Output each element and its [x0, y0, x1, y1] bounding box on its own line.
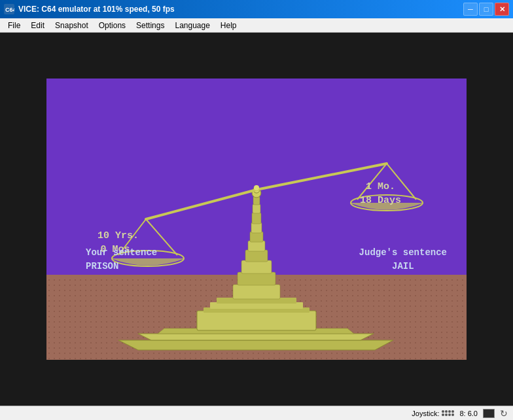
status-box: [483, 409, 495, 418]
judge-sentence-title: Judge's sentence: [359, 246, 447, 260]
menu-settings[interactable]: Settings: [131, 20, 169, 31]
title-bar-left: C64 VICE: C64 emulator at 101% speed, 50…: [4, 4, 175, 14]
joystick-dots: [442, 410, 454, 416]
menu-bar: File Edit Snapshot Options Settings Lang…: [0, 18, 513, 33]
status-bar: Joystick: 8: 6.0 ↻: [0, 406, 513, 420]
svg-point-32: [254, 185, 259, 190]
menu-edit[interactable]: Edit: [26, 20, 50, 31]
svg-rect-8: [197, 311, 316, 330]
status-arrow-icon: ↻: [500, 408, 508, 419]
dot-2: [445, 410, 448, 413]
maximize-button[interactable]: □: [479, 3, 493, 16]
svg-rect-15: [245, 250, 268, 262]
status-coordinates: 8: 6.0: [459, 410, 478, 417]
left-scale-line1: 10 Yrs.: [97, 229, 139, 243]
app-icon: C64: [4, 4, 14, 14]
dot-8: [451, 413, 454, 416]
minimize-button[interactable]: ─: [463, 3, 478, 16]
scale-graphic: [46, 79, 467, 360]
window-controls: ─ □ ✕: [463, 3, 509, 16]
right-scale-text: 1 Mo. 18 Days: [360, 180, 401, 207]
dot-7: [448, 413, 451, 416]
menu-options[interactable]: Options: [94, 20, 131, 31]
svg-rect-20: [253, 204, 260, 213]
dot-1: [442, 410, 444, 413]
your-sentence-type: PRISON: [86, 260, 157, 273]
svg-rect-19: [252, 213, 261, 224]
judge-sentence-type: JAIL: [359, 260, 447, 273]
menu-file[interactable]: File: [3, 20, 26, 31]
judge-sentence-label: Judge's sentence JAIL: [359, 246, 447, 273]
svg-text:C64: C64: [5, 7, 14, 13]
svg-rect-14: [241, 260, 272, 273]
svg-marker-6: [138, 334, 374, 340]
title-bar: C64 VICE: C64 emulator at 101% speed, 50…: [0, 0, 513, 18]
joystick-status: Joystick:: [412, 410, 454, 417]
your-sentence-label: Your sentence PRISON: [86, 246, 157, 273]
dot-5: [442, 413, 444, 416]
joystick-label: Joystick:: [412, 410, 439, 417]
close-button[interactable]: ✕: [495, 3, 509, 16]
dot-3: [448, 410, 451, 413]
menu-snapshot[interactable]: Snapshot: [50, 20, 94, 31]
svg-rect-16: [248, 241, 265, 251]
svg-rect-12: [233, 285, 280, 299]
dot-4: [451, 410, 454, 413]
svg-line-24: [146, 190, 256, 219]
svg-rect-17: [250, 232, 263, 242]
your-sentence-title: Your sentence: [86, 246, 157, 260]
dot-6: [445, 413, 448, 416]
menu-help[interactable]: Help: [215, 20, 242, 31]
menu-language[interactable]: Language: [169, 20, 215, 31]
svg-rect-13: [238, 272, 275, 285]
svg-marker-5: [118, 340, 393, 350]
svg-rect-18: [251, 222, 262, 233]
right-scale-line2: 18 Days: [360, 194, 401, 207]
window-title: VICE: C64 emulator at 101% speed, 50 fps: [18, 5, 175, 14]
right-scale-line1: 1 Mo.: [360, 180, 401, 194]
emulator-screen: 10 Yrs. 0 Mos. 1 Mo. 18 Days Your senten…: [46, 79, 467, 360]
main-area: 10 Yrs. 0 Mos. 1 Mo. 18 Days Your senten…: [0, 33, 513, 406]
